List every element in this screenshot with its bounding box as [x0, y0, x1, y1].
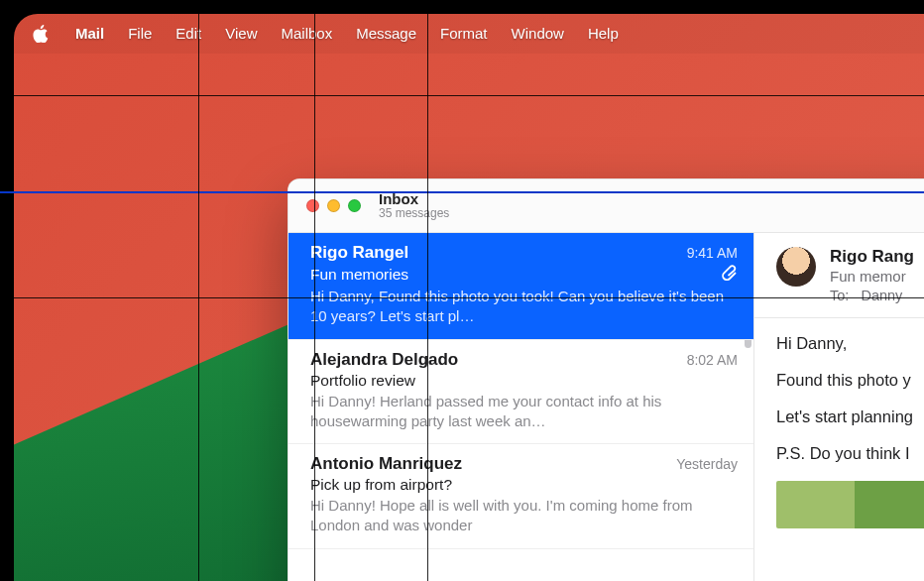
- zoom-button[interactable]: [348, 199, 361, 212]
- menu-window[interactable]: Window: [500, 14, 576, 54]
- menu-mailbox[interactable]: Mailbox: [269, 14, 344, 54]
- divider: [754, 317, 924, 318]
- close-button[interactable]: [306, 199, 319, 212]
- message-subject: Pick up from airport?: [310, 476, 452, 494]
- reading-line: Found this photo y: [776, 371, 924, 390]
- message-time: 8:02 AM: [687, 352, 738, 368]
- menubar: Mail File Edit View Mailbox Message Form…: [14, 14, 924, 54]
- reading-pane: Rigo Rang Fun memor To: Danny Hi Danny,: [754, 233, 924, 581]
- message-subject: Fun memories: [310, 266, 408, 284]
- menu-help[interactable]: Help: [576, 14, 631, 54]
- email-attachment-image[interactable]: [776, 481, 924, 528]
- message-sender: Antonio Manriquez: [310, 454, 676, 474]
- menu-file[interactable]: File: [116, 14, 164, 54]
- avatar: [776, 247, 816, 287]
- menu-format[interactable]: Format: [428, 14, 500, 54]
- message-row[interactable]: Antonio Manriquez Yesterday Pick up from…: [289, 444, 753, 549]
- minimize-button[interactable]: [327, 199, 340, 212]
- message-row[interactable]: Rigo Rangel 9:41 AM Fun memories Hi Dann…: [289, 233, 753, 340]
- message-sender: Rigo Rangel: [310, 243, 687, 263]
- mail-window: Inbox 35 messages: [288, 178, 924, 581]
- message-subject: Portfolio review: [310, 372, 415, 390]
- reading-to-name: Danny: [861, 288, 902, 303]
- window-controls: [306, 199, 361, 212]
- message-row[interactable]: Alejandra Delgado 8:02 AM Portfolio revi…: [289, 340, 753, 445]
- message-preview: Hi Danny! Hope all is well with you. I'm…: [310, 496, 738, 536]
- titlebar: Inbox 35 messages: [289, 179, 924, 233]
- message-preview: Hi Danny, Found this photo you took! Can…: [310, 287, 738, 327]
- apple-menu-icon[interactable]: [32, 25, 50, 43]
- message-time: Yesterday: [676, 456, 738, 472]
- mailbox-title: Inbox: [379, 190, 449, 207]
- paperclip-icon: [722, 265, 738, 285]
- message-time: 9:41 AM: [687, 245, 738, 261]
- reading-subject: Fun memor: [830, 268, 924, 285]
- reading-line: Let's start planning: [776, 407, 924, 426]
- message-sender: Alejandra Delgado: [310, 350, 687, 370]
- menu-message[interactable]: Message: [344, 14, 428, 54]
- message-list[interactable]: Rigo Rangel 9:41 AM Fun memories Hi Dann…: [289, 233, 754, 581]
- reading-to: To: Danny: [830, 288, 924, 303]
- mailbox-subtitle: 35 messages: [379, 207, 449, 221]
- menu-view[interactable]: View: [213, 14, 269, 54]
- menu-app-name[interactable]: Mail: [63, 14, 116, 54]
- reading-line: P.S. Do you think I: [776, 444, 924, 463]
- menu-edit[interactable]: Edit: [164, 14, 213, 54]
- reading-to-label: To:: [830, 288, 849, 303]
- reading-body: Hi Danny, Found this photo y Let's start…: [776, 334, 924, 463]
- reading-line: Hi Danny,: [776, 334, 924, 353]
- reading-sender: Rigo Rang: [830, 247, 924, 267]
- message-preview: Hi Danny! Herland passed me your contact…: [310, 392, 738, 432]
